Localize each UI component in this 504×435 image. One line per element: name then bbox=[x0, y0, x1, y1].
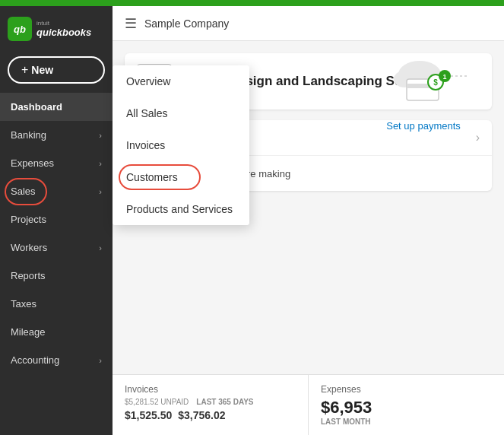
overview-label: Overview bbox=[126, 75, 170, 87]
right-panel: $ 1 Set up payments bbox=[355, 53, 492, 139]
chevron-icon: › bbox=[99, 159, 102, 168]
payment-svg: $ 1 bbox=[378, 53, 469, 114]
sidebar-item-projects[interactable]: Projects bbox=[0, 205, 113, 233]
expenses-stat: Expenses $6,953 LAST MONTH bbox=[309, 375, 504, 435]
sidebar-item-dashboard[interactable]: Dashboard bbox=[0, 93, 113, 121]
chevron-icon: › bbox=[99, 243, 102, 252]
dropdown-item-invoices[interactable]: Invoices bbox=[113, 129, 249, 161]
expenses-label: Expenses bbox=[321, 384, 492, 395]
chevron-icon: › bbox=[99, 131, 102, 140]
expenses-amount: $6,953 bbox=[321, 398, 492, 418]
sidebar-item-banking[interactable]: Banking › bbox=[0, 121, 113, 149]
invoices-label: Invoices bbox=[126, 139, 165, 151]
all-sales-label: All Sales bbox=[126, 107, 167, 119]
sidebar-header: qb intuit quickbooks bbox=[0, 6, 113, 52]
mileage-label: Mileage bbox=[11, 326, 46, 338]
svg-text:1: 1 bbox=[442, 73, 446, 81]
quickbooks-logo: qb bbox=[8, 17, 32, 41]
sales-dropdown: Overview All Sales Invoices Customers Pr… bbox=[113, 65, 249, 225]
sidebar-item-sales[interactable]: Sales › bbox=[0, 177, 113, 205]
products-services-label: Products and Services bbox=[126, 203, 233, 215]
chevron-icon: › bbox=[99, 187, 102, 196]
invoice-amount-1: $1,525.50 bbox=[125, 409, 172, 421]
banking-label: Banking bbox=[11, 129, 46, 141]
hamburger-icon[interactable]: ☰ bbox=[125, 15, 137, 32]
quickbooks-title: quickbooks bbox=[36, 27, 91, 38]
sidebar: qb intuit quickbooks + New Dashboard Ban… bbox=[0, 6, 113, 435]
sidebar-item-taxes[interactable]: Taxes bbox=[0, 290, 113, 318]
taxes-label: Taxes bbox=[11, 298, 36, 310]
top-bar bbox=[0, 0, 504, 6]
dropdown-item-customers[interactable]: Customers bbox=[113, 161, 249, 193]
projects-label: Projects bbox=[11, 214, 46, 225]
customers-label: Customers bbox=[126, 171, 178, 183]
invoices-stat: Invoices $5,281.52 UNPAID LAST 365 DAYS … bbox=[113, 375, 309, 435]
intuit-label: intuit bbox=[36, 20, 91, 27]
unpaid-badge: $5,281.52 UNPAID bbox=[125, 398, 189, 406]
main-header: ☰ Sample Company bbox=[113, 6, 504, 41]
company-name: Sample Company bbox=[144, 17, 229, 30]
set-up-payments-link[interactable]: Set up payments bbox=[386, 120, 461, 132]
dropdown-item-overview[interactable]: Overview bbox=[113, 65, 249, 97]
sidebar-item-mileage[interactable]: Mileage bbox=[0, 318, 113, 346]
dropdown-item-products-services[interactable]: Products and Services bbox=[113, 193, 249, 225]
new-button[interactable]: + New bbox=[8, 56, 105, 84]
accounting-label: Accounting bbox=[11, 354, 59, 366]
expenses-period: LAST MONTH bbox=[321, 418, 492, 426]
sales-label: Sales bbox=[11, 186, 36, 197]
dropdown-item-all-sales[interactable]: All Sales bbox=[113, 97, 249, 129]
expenses-label: Expenses bbox=[11, 157, 54, 169]
dashboard-label: Dashboard bbox=[11, 101, 62, 113]
invoices-label: Invoices bbox=[125, 384, 296, 395]
reports-label: Reports bbox=[11, 270, 46, 281]
sidebar-item-workers[interactable]: Workers › bbox=[0, 233, 113, 262]
sidebar-item-expenses[interactable]: Expenses › bbox=[0, 149, 113, 177]
invoice-amount-2: $3,756.02 bbox=[178, 409, 225, 421]
invoices-period: LAST 365 DAYS bbox=[196, 398, 253, 406]
workers-label: Workers bbox=[11, 242, 47, 253]
stats-row: Invoices $5,281.52 UNPAID LAST 365 DAYS … bbox=[113, 374, 504, 435]
svg-text:$: $ bbox=[433, 78, 438, 87]
new-button-label: New bbox=[31, 64, 53, 76]
sidebar-item-reports[interactable]: Reports bbox=[0, 262, 113, 290]
sidebar-item-accounting[interactable]: Accounting › bbox=[0, 346, 113, 374]
payment-illustration: $ 1 Set up payments bbox=[355, 53, 492, 132]
chevron-icon: › bbox=[99, 356, 102, 365]
